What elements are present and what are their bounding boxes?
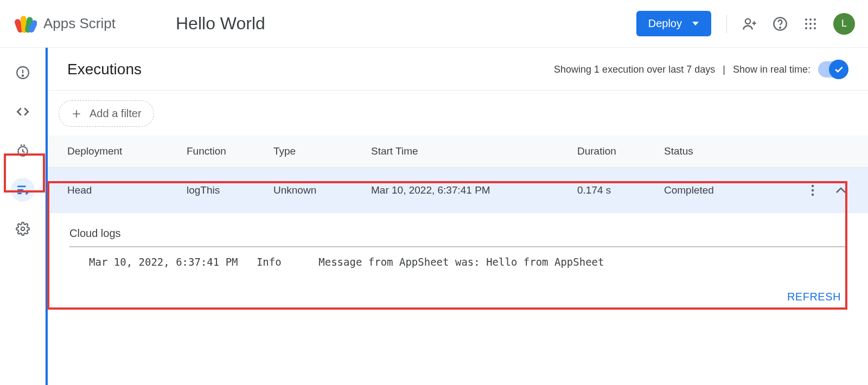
cell-duration: 0.174 s (577, 184, 664, 196)
svg-point-26 (812, 194, 814, 196)
deploy-label: Deploy (648, 17, 682, 30)
table-header: Deployment Function Type Start Time Dura… (48, 136, 868, 168)
refresh-bar: REFRESH (48, 274, 868, 319)
project-title[interactable]: Hello World (176, 14, 265, 34)
svg-rect-21 (17, 189, 23, 191)
cell-type: Unknown (273, 184, 371, 196)
svg-point-25 (812, 189, 814, 191)
realtime-label: Show in real time: (733, 64, 810, 75)
separator: | (723, 64, 725, 75)
col-deployment[interactable]: Deployment (67, 145, 187, 157)
add-person-icon[interactable] (742, 16, 757, 31)
check-icon (829, 60, 848, 79)
sidebar-item-editor[interactable] (11, 100, 35, 124)
svg-point-14 (809, 27, 812, 29)
apps-grid-icon[interactable] (803, 16, 818, 31)
main-content: Executions Showing 1 execution over last… (46, 48, 868, 385)
svg-point-10 (805, 23, 807, 25)
divider (69, 246, 846, 247)
avatar[interactable]: L (833, 13, 855, 35)
sidebar-item-overview[interactable] (11, 61, 35, 85)
add-filter-label: Add a filter (90, 107, 142, 120)
page-title: Executions (67, 61, 142, 78)
cloud-logs-title: Cloud logs (69, 227, 846, 240)
svg-point-24 (812, 185, 814, 187)
svg-point-12 (814, 23, 816, 25)
cell-deployment: Head (67, 184, 187, 196)
avatar-initial: L (841, 18, 847, 29)
svg-rect-22 (17, 193, 22, 194)
plus-icon (71, 108, 82, 119)
cell-status: Completed (664, 184, 773, 196)
sidebar-item-settings[interactable] (11, 217, 35, 241)
svg-point-7 (805, 18, 807, 21)
svg-point-23 (21, 227, 24, 231)
cloud-logs-panel: Cloud logs Mar 10, 2022, 6:37:41 PM Info… (48, 213, 868, 274)
dropdown-icon (692, 21, 699, 27)
svg-point-6 (780, 27, 781, 28)
svg-point-15 (814, 27, 816, 29)
page-header: Executions Showing 1 execution over last… (48, 48, 868, 91)
sidebar-item-executions[interactable] (11, 178, 35, 202)
col-function[interactable]: Function (187, 145, 273, 157)
col-duration[interactable]: Duration (577, 145, 664, 157)
app-header: Apps Script Hello World Deploy L (0, 0, 868, 48)
filter-bar: Add a filter (48, 91, 868, 136)
sidebar-item-triggers[interactable] (11, 139, 35, 163)
product-name: Apps Script (43, 15, 116, 32)
cell-start-time: Mar 10, 2022, 6:37:41 PM (371, 184, 577, 196)
realtime-toggle[interactable] (818, 61, 848, 78)
separator (726, 15, 727, 33)
svg-point-11 (809, 23, 812, 25)
chevron-up-icon[interactable] (833, 183, 848, 198)
header-actions: Deploy L (636, 11, 855, 36)
cell-function: logThis (187, 184, 273, 196)
help-icon[interactable] (773, 16, 788, 31)
svg-rect-20 (17, 185, 25, 187)
apps-script-logo-icon (13, 12, 37, 36)
refresh-button[interactable]: REFRESH (787, 291, 841, 303)
logo-area: Apps Script (13, 12, 165, 36)
deploy-button[interactable]: Deploy (636, 11, 711, 36)
execution-summary: Showing 1 execution over last 7 days (554, 64, 715, 75)
sidebar (0, 48, 46, 385)
svg-point-9 (814, 18, 816, 21)
svg-point-4 (745, 18, 750, 23)
more-options-icon[interactable] (805, 183, 820, 198)
svg-point-18 (22, 75, 23, 76)
svg-point-8 (809, 18, 812, 21)
svg-point-13 (805, 27, 807, 29)
log-entry: Mar 10, 2022, 6:37:41 PM Info Message fr… (69, 256, 846, 268)
col-type[interactable]: Type (273, 145, 371, 157)
col-status[interactable]: Status (664, 145, 773, 157)
add-filter-button[interactable]: Add a filter (59, 100, 154, 127)
table-row[interactable]: Head logThis Unknown Mar 10, 2022, 6:37:… (48, 168, 868, 213)
col-start-time[interactable]: Start Time (371, 145, 577, 157)
